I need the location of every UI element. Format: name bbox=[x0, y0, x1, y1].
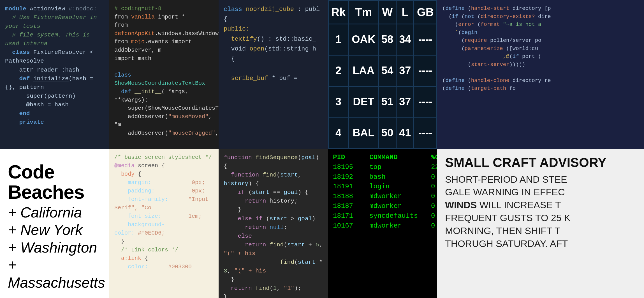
cpp-line bbox=[224, 64, 323, 74]
js-line: return find(1, "1"); bbox=[224, 284, 323, 293]
ruby-line: attr_reader :hash bbox=[5, 66, 104, 74]
python-line: from vanilla import * bbox=[114, 13, 214, 21]
python-line: from mojo.events import addObserver, m bbox=[114, 38, 214, 54]
css-line: font-size: 1em; bbox=[114, 212, 214, 221]
term-row: 18191 login 0.0 00:00 bbox=[333, 182, 432, 192]
codebeaches-item: + New York bbox=[8, 221, 101, 239]
term-row: 18188 mdworker 0.0 00:00 bbox=[333, 192, 432, 201]
js-line: return null; bbox=[224, 223, 323, 232]
js-line: function find(start, history) { bbox=[224, 171, 323, 188]
scheme-line: `(begin bbox=[442, 29, 639, 37]
term-row: 18187 mdworker 0.0 00:00 bbox=[333, 201, 432, 211]
scheme-line: (if (not (directory-exists? dire bbox=[442, 13, 639, 21]
scheme-line: (start-server))))) bbox=[442, 61, 639, 69]
table-row: 2LAA5437---- bbox=[328, 55, 437, 86]
js-line: function findSequence(goal) { bbox=[224, 153, 323, 171]
cpp-line: textify() : std::basic_ bbox=[224, 34, 323, 44]
js-line: } bbox=[224, 293, 323, 298]
col-losses: L bbox=[396, 1, 414, 24]
scheme-panel: (define (handle-start directory [p (if (… bbox=[437, 0, 644, 149]
js-line: } bbox=[224, 275, 323, 284]
scheme-line: (parameterize ([world:cu bbox=[442, 45, 639, 53]
col-rank: Rk bbox=[328, 1, 349, 24]
css-line: body { bbox=[114, 170, 214, 178]
js-line: if (start == goal) { bbox=[224, 188, 323, 197]
ruby-line: # Use FixtureResolver in your tests bbox=[5, 13, 104, 31]
css-line: color: #003300 bbox=[114, 263, 214, 271]
js-code: function findSequence(goal) { function f… bbox=[224, 153, 323, 298]
python-code: # coding=utf-8 from vanilla import * fro… bbox=[114, 4, 214, 137]
js-panel: function findSequence(goal) { function f… bbox=[219, 149, 328, 298]
python-line: addObserver("mouseMoved", "m bbox=[114, 113, 214, 129]
js-line: return history; bbox=[224, 197, 323, 205]
css-line: padding: 0px; bbox=[114, 187, 214, 195]
css-code: /* basic screen stylesheet */ @media scr… bbox=[114, 153, 214, 271]
term-row: 10167 mdworker 0.0 00:00 bbox=[333, 221, 432, 231]
scheme-line bbox=[442, 68, 639, 77]
ruby-line: super(pattern) bbox=[5, 92, 104, 100]
python-panel: # coding=utf-8 from vanilla import * fro… bbox=[109, 0, 219, 149]
python-line: addObserver("mouseDragged", bbox=[114, 129, 214, 137]
scheme-code: (define (handle-start directory [p (if (… bbox=[442, 4, 639, 93]
table-row: 3DET5137---- bbox=[328, 86, 437, 117]
ruby-panel: module ActionView #:nodoc: # Use Fixture… bbox=[0, 0, 109, 149]
cpp-code: class noordzij_cube : publ { public: tex… bbox=[224, 4, 323, 84]
css-line: } bbox=[114, 237, 214, 246]
col-gb: GB bbox=[414, 1, 437, 24]
ruby-line: def initialize(hash = {}, pattern bbox=[5, 74, 104, 92]
scheme-line: (define (target-path fo bbox=[442, 84, 639, 93]
cpp-panel: class noordzij_cube : publ { public: tex… bbox=[219, 0, 328, 149]
python-line: def __init__( *args, **kwargs): bbox=[114, 88, 214, 104]
sports-panel: Rk Tm W L GB 1OAK5834---- 2LAA5437---- 3… bbox=[328, 0, 437, 149]
table-row: 4BAL5041---- bbox=[328, 117, 437, 148]
js-line: } bbox=[224, 205, 323, 214]
ruby-line: @hash = hash bbox=[5, 100, 104, 109]
ruby-line: private bbox=[5, 118, 104, 127]
cpp-line: { bbox=[224, 54, 323, 64]
term-header: PID COMMAND %CPU TIME bbox=[333, 153, 432, 162]
col-wins: W bbox=[379, 1, 396, 24]
scheme-line: (error (format "~a is not a bbox=[442, 20, 639, 29]
python-line: super(ShowMouseCoordinatesText bbox=[114, 104, 214, 113]
col-team: Tm bbox=[349, 1, 379, 24]
python-line: # coding=utf-8 bbox=[114, 4, 214, 13]
terminal-panel: PID COMMAND %CPU TIME 18195 top 22.4 00:… bbox=[328, 149, 437, 298]
codebeaches-title: Code Beaches bbox=[8, 162, 101, 202]
css-line: @media screen { bbox=[114, 162, 214, 170]
weather-panel: SMALL CRAFT ADVISORY SHORT-PERIOD AND ST… bbox=[437, 149, 644, 298]
cpp-line: scribe_buf * buf = bbox=[224, 74, 323, 83]
weather-title: SMALL CRAFT ADVISORY bbox=[445, 155, 636, 170]
codebeaches-panel: Code Beaches + California + New York + W… bbox=[0, 149, 109, 298]
ruby-code: module ActionView #:nodoc: # Use Fixture… bbox=[5, 4, 104, 127]
cpp-line: class noordzij_cube : publ bbox=[224, 4, 323, 14]
scheme-line: (define (handle-clone directory re bbox=[442, 77, 639, 85]
python-line: import math bbox=[114, 54, 214, 63]
cpp-line: void open(std::string h bbox=[224, 44, 323, 54]
css-line: margin: 0px; bbox=[114, 178, 214, 187]
codebeaches-item: + Massachusetts bbox=[8, 256, 101, 291]
term-row: 18171 syncdefaults 0.0 00:00 bbox=[333, 211, 432, 221]
scheme-line: (require pollen/server po bbox=[442, 36, 639, 45]
weather-body: SHORT-PERIOD AND STEE GALE WARNING IN EF… bbox=[445, 173, 636, 250]
term-row: 18195 top 22.4 00:02 bbox=[333, 162, 432, 172]
term-row: 18192 bash 0.0 00:00 bbox=[333, 172, 432, 182]
python-line: from defconAppKit.windows.baseWindow bbox=[114, 21, 214, 38]
python-line bbox=[114, 63, 214, 71]
css-line: background-color: #F0ECD6; bbox=[114, 221, 214, 237]
codebeaches-item: + California bbox=[8, 204, 101, 221]
ruby-line: # file system. This is used interna bbox=[5, 31, 104, 48]
table-row: 1OAK5834---- bbox=[328, 24, 437, 55]
sports-table: Rk Tm W L GB 1OAK5834---- 2LAA5437---- 3… bbox=[328, 0, 437, 149]
cpp-line: { bbox=[224, 14, 323, 24]
css-line: font-family: "Input Serif", "Co bbox=[114, 195, 214, 212]
terminal-output: PID COMMAND %CPU TIME 18195 top 22.4 00:… bbox=[333, 153, 432, 231]
css-line: /* Link colors */ bbox=[114, 246, 214, 254]
cpp-line: public: bbox=[224, 24, 323, 34]
js-line: return find(start + 5, "(" + his bbox=[224, 240, 323, 258]
python-line: class ShowMouseCoordinatesTextBox bbox=[114, 71, 214, 88]
js-line: else if (start > goal) bbox=[224, 214, 323, 223]
css-panel: /* basic screen stylesheet */ @media scr… bbox=[109, 149, 219, 298]
ruby-line: module ActionView #:nodoc: bbox=[5, 4, 104, 13]
js-line: find(start * 3, "(" + his bbox=[224, 258, 323, 275]
ruby-line: end bbox=[5, 109, 104, 118]
